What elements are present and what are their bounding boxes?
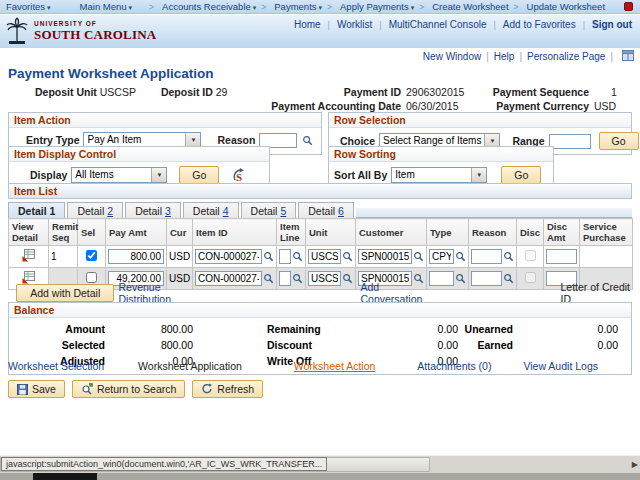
display-label: Display: [30, 169, 67, 181]
reason-lookup-icon[interactable]: [503, 251, 514, 262]
chevron-down-icon: ▾: [47, 4, 51, 11]
row-selection-go-button[interactable]: Go: [599, 132, 639, 150]
worksheet-action-link[interactable]: Worksheet Action: [294, 360, 376, 372]
type-input[interactable]: [429, 249, 454, 264]
help-link[interactable]: Help: [494, 51, 515, 62]
col-item-line: Item Line: [277, 219, 306, 246]
scroll-right-arrow-icon[interactable]: ▶: [632, 460, 638, 469]
unit-lookup-icon[interactable]: [342, 251, 353, 262]
col-unit: Unit: [306, 219, 356, 246]
col-disc: Disc: [517, 219, 544, 246]
entry-type-label: Entry Type: [26, 134, 79, 146]
breadcrumb-separator: >: [419, 2, 424, 12]
display-select[interactable]: All Items ▼: [71, 167, 167, 183]
customer-input[interactable]: [358, 249, 412, 264]
item-row-1: 1 USD: [9, 246, 633, 268]
breadcrumb-accounts-receivable[interactable]: Accounts Receivable▾: [162, 1, 256, 12]
worksheet-selection-link[interactable]: Worksheet Selection: [8, 360, 104, 372]
earned-value: 0.00: [513, 339, 618, 351]
chevron-down-icon: ▾: [319, 4, 323, 11]
payment-id-label: Payment ID: [258, 86, 406, 98]
item-line-input[interactable]: [279, 249, 291, 264]
home-link[interactable]: Home: [294, 19, 321, 30]
masthead-links: Home| Worklist| MultiChannel Console| Ad…: [294, 19, 632, 30]
customer-lookup-icon[interactable]: [413, 251, 424, 262]
breadcrumb-payments[interactable]: Payments▾: [274, 1, 322, 12]
refresh-label: Refresh: [217, 383, 254, 395]
worklist-link[interactable]: Worklist: [337, 19, 372, 30]
type-lookup-icon[interactable]: [455, 251, 466, 262]
range-input[interactable]: [549, 134, 591, 149]
currency-conversion-icon[interactable]: S: [233, 168, 246, 183]
pay-amt-input[interactable]: [108, 249, 164, 264]
entry-type-value: Pay An Item: [84, 133, 185, 147]
deposit-id-value: 29: [216, 86, 228, 98]
worksheet-application-label: Worksheet Application: [138, 360, 242, 372]
item-list-header: Item List: [8, 183, 632, 199]
payment-sequence-label: Payment Sequence: [484, 86, 594, 98]
personalize-grid-icon[interactable]: [622, 50, 634, 63]
view-detail-icon[interactable]: [22, 249, 35, 262]
reason-cell-input[interactable]: [471, 249, 502, 264]
status-link-tooltip: javascript:submitAction_win0(document.wi…: [1, 457, 327, 471]
sel-checkbox[interactable]: [86, 250, 97, 261]
tab-detail-2[interactable]: Detail2: [67, 202, 123, 218]
return-to-search-icon: [81, 383, 93, 395]
view-audit-logs-link[interactable]: View Audit Logs: [523, 360, 598, 372]
multichannel-console-link[interactable]: MultiChannel Console: [389, 19, 487, 30]
tab-detail-5[interactable]: Detail5: [241, 202, 297, 218]
add-to-favorites-link[interactable]: Add to Favorites: [503, 19, 576, 30]
disc-amt-input[interactable]: [546, 249, 577, 264]
col-pay-amt: Pay Amt: [106, 219, 167, 246]
unit-input[interactable]: [308, 249, 341, 264]
save-icon: [17, 384, 28, 395]
breadcrumb-main-menu[interactable]: Main Menu▾: [80, 1, 133, 12]
save-label: Save: [32, 383, 56, 395]
item-id-input[interactable]: [195, 249, 262, 264]
sort-all-by-select[interactable]: Item ▼: [391, 167, 487, 183]
breadcrumb-create-worksheet[interactable]: Create Worksheet: [432, 1, 508, 12]
attachments-link[interactable]: Attachments (0): [417, 360, 491, 372]
chevron-down-icon: ▼: [185, 133, 200, 147]
remaining-label: Remaining: [253, 323, 348, 335]
breadcrumb-favorites[interactable]: Favorites▾: [6, 1, 51, 12]
breadcrumb-apply-payments[interactable]: Apply Payments▾: [340, 1, 414, 12]
col-remit-seq: Remit Seq: [49, 219, 78, 246]
breadcrumb-update-worksheet[interactable]: Update Worksheet: [527, 1, 606, 12]
unearned-value: 0.00: [513, 323, 618, 335]
logo-text: UNIVERSITY OF SOUTH CAROLINA: [34, 21, 156, 41]
item-line-lookup-icon[interactable]: [292, 251, 303, 262]
row-sorting-go-button[interactable]: Go: [501, 166, 541, 184]
breadcrumb: Favorites▾ Main Menu▾ > Accounts Receiva…: [0, 0, 640, 14]
row-sorting-title: Row Sorting: [329, 147, 553, 162]
chevron-down-icon: ▼: [471, 168, 486, 182]
sign-out-link[interactable]: Sign out: [592, 19, 632, 30]
chevron-down-icon: ▾: [411, 4, 415, 11]
item-display-go-button[interactable]: Go: [179, 166, 219, 184]
refresh-button[interactable]: Refresh: [192, 380, 263, 398]
chevron-down-icon: ▾: [253, 4, 257, 11]
tab-detail-6[interactable]: Detail6: [298, 202, 354, 218]
payment-accounting-date-value: 06/30/2015: [406, 100, 484, 112]
separator: |: [494, 20, 496, 30]
item-display-control-title: Item Display Control: [9, 147, 269, 162]
personalize-page-link[interactable]: Personalize Page: [527, 51, 605, 62]
masthead: UNIVERSITY OF SOUTH CAROLINA Home| Workl…: [0, 15, 640, 48]
add-with-detail-button[interactable]: Add with Detail: [16, 284, 114, 302]
save-button[interactable]: Save: [8, 380, 65, 398]
bottom-bar: [0, 473, 640, 480]
item-id-lookup-icon[interactable]: [263, 251, 274, 262]
unearned-label: Unearned: [458, 323, 513, 335]
payment-currency-value: USD: [594, 100, 634, 112]
return-to-search-button[interactable]: Return to Search: [72, 380, 185, 398]
breadcrumb-separator: >: [327, 2, 332, 12]
table-header-row: View Detail Remit Seq Sel Pay Amt Cur It…: [9, 219, 633, 246]
remit-seq-value: 1: [49, 246, 78, 268]
reason-lookup-icon[interactable]: [302, 135, 313, 146]
disc-checkbox: [525, 250, 536, 261]
new-window-link[interactable]: New Window: [423, 51, 481, 62]
tab-detail-1[interactable]: Detail1: [8, 202, 65, 218]
tab-detail-3[interactable]: Detail3: [125, 202, 181, 218]
tab-detail-4[interactable]: Detail4: [183, 202, 239, 218]
discount-value: 0.00: [348, 339, 458, 351]
